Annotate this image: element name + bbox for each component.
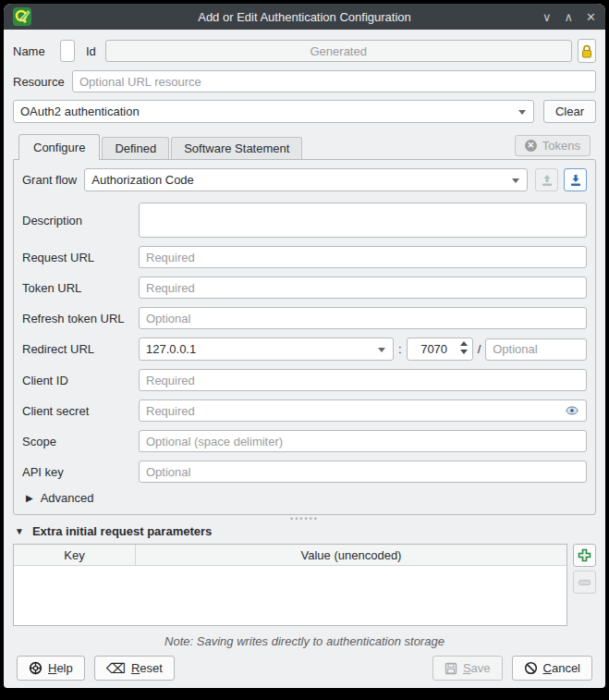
expanded-triangle-icon[interactable]: ▼ (15, 526, 24, 536)
auth-method-row: OAuth2 authentication Clear (13, 100, 596, 123)
tab-bar: Configure Defined Software Statement ✕ T… (13, 134, 596, 159)
name-row: Name Id (13, 39, 596, 63)
redirect-path-input[interactable] (485, 338, 587, 361)
description-label: Description (22, 214, 139, 227)
reset-button-label: Reset (131, 661, 163, 675)
eye-icon[interactable] (566, 406, 579, 415)
help-lifering-icon (29, 661, 43, 675)
table-body-empty[interactable] (14, 566, 566, 625)
id-generated-field (105, 40, 572, 62)
save-button: Save (432, 656, 503, 681)
refresh-token-url-input[interactable] (139, 307, 587, 329)
client-secret-label: Client secret (22, 404, 139, 418)
window-title: Add or Edit Authentication Configuration (4, 10, 605, 24)
chevron-down-icon (378, 348, 385, 352)
grant-flow-row: Grant flow Authorization Code (22, 168, 587, 191)
extra-params-table[interactable]: Key Value (unencoded) (13, 544, 567, 626)
name-input[interactable] (60, 40, 75, 62)
storage-note: Note: Saving writes directly to authenti… (13, 634, 596, 648)
redirect-url-row: Redirect URL 127.0.0.1 : / (22, 338, 587, 361)
refresh-token-url-row: Refresh token URL (22, 307, 587, 329)
token-url-input[interactable] (139, 276, 587, 299)
footer-buttons: Help ⌫ Reset Save Cancel (13, 656, 596, 684)
upload-icon (541, 174, 554, 187)
window-controls: ∨ ∧ ✕ (542, 11, 596, 23)
lock-id-button[interactable] (578, 39, 596, 63)
lock-icon (580, 44, 593, 58)
auth-method-value: OAuth2 authentication (20, 104, 140, 118)
token-url-label: Token URL (22, 281, 139, 295)
redirect-host-value: 127.0.0.1 (146, 342, 196, 356)
slash-separator: / (478, 342, 481, 356)
id-label: Id (86, 44, 96, 58)
redirect-port-spinner[interactable] (407, 338, 473, 361)
extra-params-toggle[interactable]: ▼ Extra initial request parameters (15, 524, 596, 538)
resource-input[interactable] (72, 70, 596, 92)
tab-software-statement[interactable]: Software Statement (171, 137, 302, 159)
chevron-down-icon (512, 178, 519, 183)
save-floppy-icon (445, 662, 457, 675)
api-key-row: API key (22, 461, 587, 483)
client-id-label: Client ID (22, 374, 139, 387)
clear-button-label: Clear (555, 104, 584, 118)
help-button-label: Help (48, 661, 73, 675)
request-url-input[interactable] (139, 246, 587, 268)
spin-down-icon[interactable] (460, 350, 468, 354)
tab-configure[interactable]: Configure (18, 134, 100, 160)
description-row: Description (22, 203, 587, 238)
auth-config-dialog: Add or Edit Authentication Configuration… (4, 4, 605, 688)
remove-parameter-button (573, 571, 596, 594)
download-icon (569, 174, 582, 187)
api-key-label: API key (22, 465, 139, 479)
table-side-buttons (573, 544, 596, 626)
import-config-button[interactable] (564, 168, 587, 191)
redirect-url-label: Redirect URL (22, 342, 139, 356)
reset-backspace-icon: ⌫ (106, 661, 126, 675)
tab-defined[interactable]: Defined (102, 137, 169, 159)
request-url-row: Request URL (22, 246, 587, 268)
client-secret-row: Client secret (22, 399, 587, 422)
auth-method-select[interactable]: OAuth2 authentication (13, 100, 534, 123)
scope-input[interactable] (139, 430, 587, 452)
minus-icon (579, 580, 591, 585)
add-parameter-button[interactable] (573, 544, 596, 567)
client-id-input[interactable] (139, 369, 587, 391)
description-input[interactable] (139, 203, 587, 238)
spin-up-icon[interactable] (460, 341, 468, 346)
maximize-button[interactable]: ∧ (565, 11, 574, 23)
splitter-handle[interactable]: •••••• (13, 515, 596, 523)
grant-flow-value: Authorization Code (91, 173, 194, 187)
advanced-label: Advanced (41, 491, 94, 505)
column-header-key[interactable]: Key (14, 545, 136, 565)
spinner-arrows[interactable] (460, 341, 468, 354)
qgis-logo-icon (13, 7, 31, 26)
column-header-value[interactable]: Value (unencoded) (136, 545, 566, 565)
tokens-button: ✕ Tokens (515, 135, 591, 156)
save-button-label: Save (463, 661, 491, 675)
client-secret-input[interactable] (139, 399, 587, 422)
reset-button[interactable]: ⌫ Reset (94, 656, 175, 681)
refresh-token-url-label: Refresh token URL (22, 312, 139, 325)
cancel-button-label: Cancel (543, 661, 580, 675)
scope-row: Scope (22, 430, 587, 452)
chevron-down-icon (518, 110, 526, 115)
resource-label: Resource (13, 75, 72, 89)
grant-flow-select[interactable]: Authorization Code (84, 168, 528, 191)
cancel-button[interactable]: Cancel (512, 656, 592, 681)
help-button[interactable]: Help (17, 656, 85, 681)
request-url-label: Request URL (22, 251, 139, 264)
export-config-button (535, 168, 558, 191)
clear-button[interactable]: Clear (543, 100, 596, 123)
grant-flow-label: Grant flow (22, 173, 77, 187)
configure-pane: Grant flow Authorization Code (13, 159, 596, 515)
redirect-host-select[interactable]: 127.0.0.1 (139, 338, 394, 361)
collapsed-triangle-icon[interactable]: ▶ (26, 493, 33, 503)
close-button[interactable]: ✕ (586, 11, 596, 23)
name-label: Name (13, 44, 60, 58)
minimize-button[interactable]: ∨ (542, 11, 552, 23)
api-key-input[interactable] (139, 461, 587, 483)
resource-row: Resource (13, 70, 596, 92)
titlebar: Add or Edit Authentication Configuration… (4, 4, 605, 30)
scope-label: Scope (22, 435, 139, 448)
advanced-toggle[interactable]: ▶ Advanced (22, 491, 587, 505)
